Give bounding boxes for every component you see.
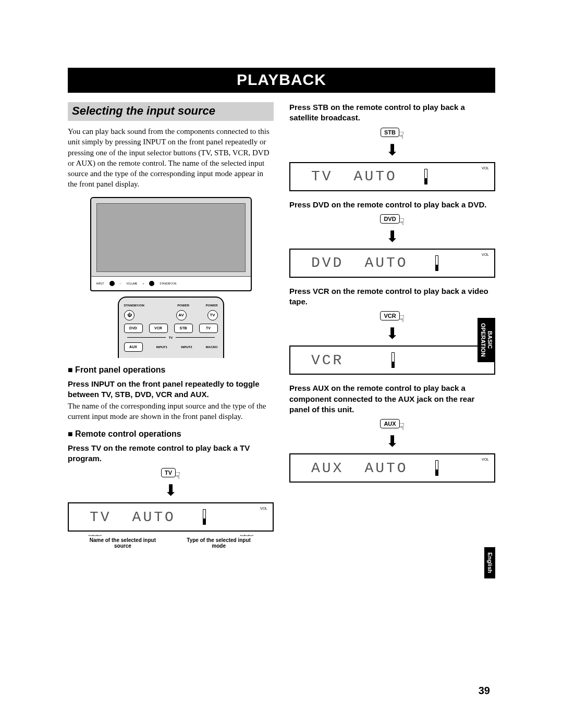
vol-label: VOL <box>260 507 267 510</box>
display-tv: TV AUTO VOL <box>68 502 274 532</box>
vol-label: VOL <box>482 166 489 170</box>
section-heading: Selecting the input source <box>68 102 274 121</box>
remote-tv-power-button: TV <box>207 310 218 320</box>
press-icon: ☟ <box>399 313 405 325</box>
remote-tv-group-label: TV <box>169 336 173 339</box>
remote-standby-label: STANDBY/ON <box>124 304 144 307</box>
tv-key-icon: TV <box>161 468 176 477</box>
remote-tv-button: TV <box>199 324 218 333</box>
display-src: AUX <box>311 460 344 476</box>
aux-step: AUX ☟ ⬇ <box>289 419 495 451</box>
vcr-key-icon: VCR <box>380 311 399 320</box>
arrow-down-icon: ⬇ <box>164 483 177 498</box>
stb-step: STB ☟ ⬇ <box>289 128 495 160</box>
side-tab-english: English <box>484 547 495 578</box>
vcr-step-instruction: Press VCR on the remote control to play … <box>289 286 495 307</box>
vcr-step: VCR ☟ ⬇ <box>289 311 495 343</box>
front-panel-body: The name of the corresponding input sour… <box>68 401 274 422</box>
dvd-key-icon: DVD <box>380 214 399 224</box>
vol-bar-icon <box>424 169 427 184</box>
remote-standby-button: ⏻ <box>124 310 134 320</box>
aux-key-icon: AUX <box>380 419 399 428</box>
volume-label: VOLUME <box>126 282 137 285</box>
side-tab-basic-operation: BASICOPERATION <box>478 318 495 362</box>
remote-stb-button: STB <box>174 324 193 333</box>
display-mode: AUTO <box>354 168 397 184</box>
display-mode: AUTO <box>364 255 408 271</box>
display-aux: AUX AUTO VOL <box>289 453 495 483</box>
remote-vcr-button: VCR <box>149 324 168 333</box>
display-mode: AUTO <box>132 509 176 525</box>
press-icon: ☟ <box>175 470 180 482</box>
front-panel-instruction: Press INPUT on the front panel repeatedl… <box>68 379 274 400</box>
remote-illustration: STANDBY/ON POWER POWER ⏻ AV TV DVD VCR S… <box>118 297 224 358</box>
display-dvd: DVD AUTO VOL <box>289 249 495 278</box>
display-src: TV <box>90 509 112 525</box>
input-knob-icon <box>109 281 115 286</box>
device-illustration: INPUT – VOLUME + STANDBY/ON <box>90 197 252 291</box>
stb-key-icon: STB <box>381 128 399 137</box>
vol-label: VOL <box>482 253 489 256</box>
remote-input2-label: INPUT2 <box>181 346 192 349</box>
tv-step-instruction: Press TV on the remote control to play b… <box>68 443 274 464</box>
arrow-down-icon: ⬇ <box>386 434 399 449</box>
press-icon: ☟ <box>398 130 404 141</box>
arrow-down-icon: ⬇ <box>386 229 399 244</box>
standby-label: STANDBY/ON <box>160 282 176 285</box>
display-mode: AUTO <box>364 460 408 476</box>
remote-dvd-button: DVD <box>124 324 143 333</box>
vol-bar-icon <box>435 460 438 476</box>
press-icon: ☟ <box>399 216 405 228</box>
display-src: VCR <box>311 352 344 368</box>
left-column: Selecting the input source You can play … <box>68 102 274 549</box>
tv-step: TV ☟ ⬇ <box>68 468 274 500</box>
standby-knob-icon <box>149 281 154 286</box>
arrow-down-icon: ⬇ <box>386 326 399 341</box>
display-stb: TV AUTO VOL <box>289 162 495 191</box>
input-label: INPUT <box>96 282 104 285</box>
remote-macro-label: MACRO <box>206 346 218 349</box>
display-src: TV <box>311 168 333 184</box>
page-number: 39 <box>479 685 490 697</box>
remote-power-label-2: POWER <box>206 304 218 307</box>
remote-input1-label: INPUT1 <box>156 346 167 349</box>
right-column: Press STB on the remote control to play … <box>289 102 495 549</box>
stb-step-instruction: Press STB on the remote control to play … <box>289 102 495 124</box>
vol-label: VOL <box>482 458 489 461</box>
aux-step-instruction: Press AUX on the remote control to play … <box>289 383 495 415</box>
remote-av-button: AV <box>176 310 187 320</box>
display-src: DVD <box>311 255 344 271</box>
display-label-mode: Type of the selected input mode <box>179 537 258 549</box>
front-panel-heading: Front panel operations <box>68 365 274 375</box>
vol-bar-icon <box>203 509 206 525</box>
remote-aux-button: AUX <box>124 342 143 352</box>
remote-power-label: POWER <box>177 304 189 307</box>
display-label-source: Name of the selected input source <box>83 537 162 549</box>
intro-paragraph: You can play back sound from the compone… <box>68 126 274 190</box>
vol-bar-icon <box>435 255 438 271</box>
display-vcr: VCR VOL <box>289 346 495 375</box>
arrow-down-icon: ⬇ <box>386 142 399 158</box>
remote-ops-heading: Remote control operations <box>68 429 274 439</box>
dvd-step: DVD ☟ ⬇ <box>289 214 495 246</box>
press-icon: ☟ <box>399 421 405 433</box>
dvd-step-instruction: Press DVD on the remote control to play … <box>289 200 495 210</box>
vol-bar-icon <box>391 352 395 368</box>
page-title: PLAYBACK <box>68 68 495 93</box>
